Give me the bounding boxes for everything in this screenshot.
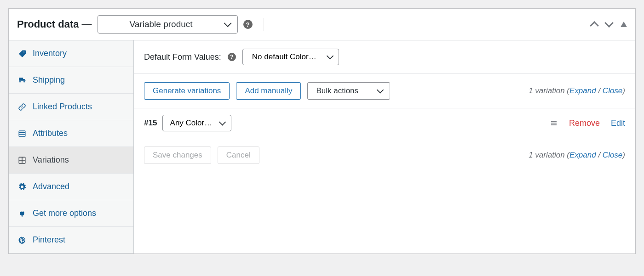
tab-pinterest[interactable]: Pinterest xyxy=(9,227,133,253)
tab-get-more-options[interactable]: Get more options xyxy=(9,200,133,227)
help-icon[interactable]: ? xyxy=(228,53,236,61)
list-icon xyxy=(18,130,26,138)
add-manually-button[interactable]: Add manually xyxy=(236,82,301,100)
close-link[interactable]: Close xyxy=(603,151,622,159)
tab-linked-products[interactable]: Linked Products xyxy=(9,94,133,120)
tab-shipping[interactable]: Shipping xyxy=(9,67,133,94)
tab-label: Variations xyxy=(33,155,69,165)
plug-icon xyxy=(18,209,26,218)
save-changes-button[interactable]: Save changes xyxy=(144,146,211,164)
tab-label: Inventory xyxy=(33,49,67,58)
close-link[interactable]: Close xyxy=(603,86,622,95)
panel-body: Inventory Shipping Linked Products Attri… xyxy=(9,40,635,253)
variation-count-top: 1 variation (Expand / Close) xyxy=(529,86,625,96)
edit-link[interactable]: Edit xyxy=(611,118,625,128)
variation-row[interactable]: #15 Any Color… Remove Edit xyxy=(134,108,635,138)
tag-icon xyxy=(18,50,26,58)
tab-advanced[interactable]: Advanced xyxy=(9,174,133,200)
remove-link[interactable]: Remove xyxy=(569,118,600,128)
toolbar-row: Generate variations Add manually Bulk ac… xyxy=(134,74,635,108)
panel-header: Product data — Variable product ? xyxy=(9,9,635,40)
link-icon xyxy=(18,103,26,111)
svg-rect-0 xyxy=(19,131,25,136)
pinterest-icon xyxy=(18,236,26,244)
expand-link[interactable]: Expand xyxy=(569,151,596,159)
tab-label: Linked Products xyxy=(33,102,92,112)
default-form-row: Default Form Values: ? No default Color… xyxy=(134,40,635,74)
product-data-tabs: Inventory Shipping Linked Products Attri… xyxy=(9,40,134,253)
gear-icon xyxy=(18,183,26,191)
tab-label: Get more options xyxy=(33,208,96,218)
header-controls xyxy=(591,20,627,29)
collapse-icon[interactable] xyxy=(621,22,627,27)
generate-variations-button[interactable]: Generate variations xyxy=(144,82,230,100)
help-icon[interactable]: ? xyxy=(243,20,253,29)
variations-content: Default Form Values: ? No default Color…… xyxy=(134,40,635,253)
tab-label: Advanced xyxy=(33,182,69,192)
cancel-button[interactable]: Cancel xyxy=(218,146,259,164)
grid-icon xyxy=(18,156,26,164)
tab-inventory[interactable]: Inventory xyxy=(9,40,133,67)
variation-actions: Remove Edit xyxy=(550,118,625,128)
bulk-actions-select[interactable]: Bulk actions xyxy=(307,82,390,100)
tab-variations[interactable]: Variations xyxy=(9,147,133,174)
tab-label: Shipping xyxy=(33,75,65,85)
attribute-select[interactable]: Any Color… xyxy=(162,115,231,131)
tab-label: Pinterest xyxy=(33,235,65,245)
chevron-up-icon[interactable] xyxy=(590,21,599,30)
product-type-select[interactable]: Variable product xyxy=(98,15,238,34)
default-form-select[interactable]: No default Color… xyxy=(242,49,339,65)
variation-id: #15 xyxy=(144,118,157,128)
tab-label: Attributes xyxy=(33,129,68,138)
tab-attributes[interactable]: Attributes xyxy=(9,120,133,147)
panel-title: Product data — xyxy=(17,18,92,30)
expand-link[interactable]: Expand xyxy=(569,86,596,95)
drag-handle-icon[interactable] xyxy=(550,119,558,127)
truck-icon xyxy=(18,76,26,84)
divider xyxy=(264,18,264,31)
default-form-label: Default Form Values: xyxy=(144,52,221,62)
variation-count-bottom: 1 variation (Expand / Close) xyxy=(529,151,625,160)
footer-row: Save changes Cancel 1 variation (Expand … xyxy=(134,138,635,172)
chevron-down-icon[interactable] xyxy=(604,18,614,28)
product-data-panel: Product data — Variable product ? Invent… xyxy=(8,8,636,254)
